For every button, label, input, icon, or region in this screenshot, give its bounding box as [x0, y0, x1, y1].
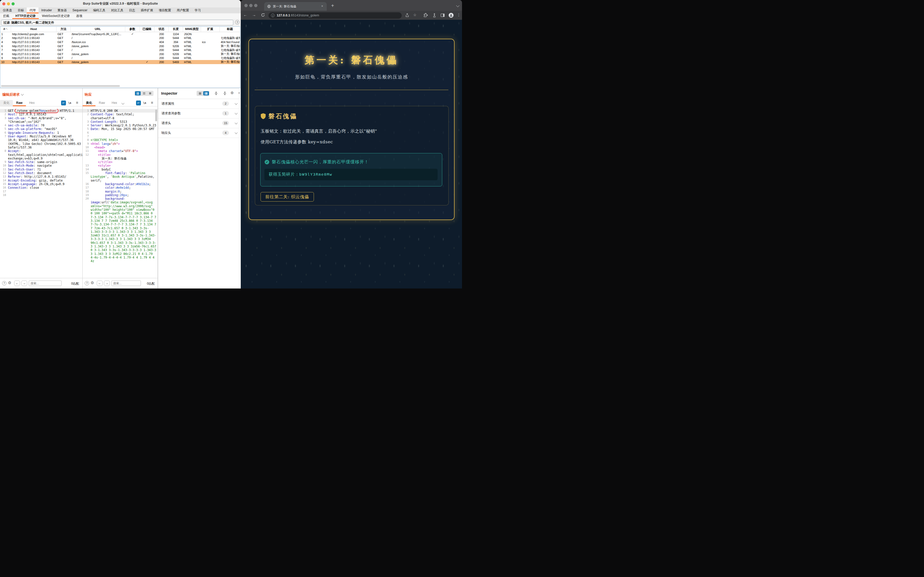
sub-tab-选项[interactable]: 选项 — [73, 13, 86, 19]
editor-tab-美化[interactable]: 美化 — [0, 100, 13, 106]
newline-toggle-icon[interactable]: ↵ — [61, 100, 66, 105]
sidebar-icon[interactable] — [441, 13, 445, 18]
search-input[interactable] — [111, 280, 141, 286]
column-header-方法[interactable]: 方法 — [57, 27, 71, 32]
search-prev-button[interactable]: ← — [14, 280, 20, 286]
editor-tab-美化[interactable]: 美化 — [82, 100, 95, 106]
table-row[interactable]: 9http://127.0.0.1:65143GET/2005444HTML七绝… — [0, 56, 240, 60]
menu-icon[interactable]: ≡ — [76, 100, 78, 105]
menu-tab-Intruder[interactable]: Intruder — [39, 7, 55, 13]
zoom-window-button[interactable] — [254, 4, 257, 7]
inspector-section-请求头[interactable]: 请求头15 — [158, 118, 241, 128]
close-icon[interactable]: × — [238, 91, 240, 95]
sub-tab-HTTP历史记录[interactable]: HTTP历史记录 — [12, 13, 39, 19]
expand-all-icon[interactable] — [214, 91, 218, 95]
sub-tab-WebSocket历史记录[interactable]: WebSocket历史记录 — [39, 13, 73, 19]
reload-button[interactable] — [261, 13, 265, 17]
collapse-all-icon[interactable] — [223, 91, 227, 95]
new-tab-button[interactable]: + — [331, 3, 334, 9]
column-header-长度[interactable]: 长度 — [169, 27, 183, 32]
browser-menu-dots-icon[interactable]: ⋮ — [457, 13, 461, 17]
chevron-down-icon[interactable] — [21, 93, 24, 95]
editor-tab-Raw[interactable]: Raw — [13, 100, 26, 106]
table-header[interactable]: #Host方法URL参数已编辑状态长度MIME类型扩展标题 — [0, 27, 240, 32]
next-level-button[interactable]: 前往第二关: 织云傀儡 — [260, 192, 314, 201]
editor-tab-Hex[interactable]: Hex — [108, 100, 120, 106]
table-row[interactable]: 1http://clients2.google.comGET/time/1/cu… — [0, 32, 240, 36]
column-header-已编辑[interactable]: 已编辑 — [140, 27, 155, 32]
menu-tab-对比工具[interactable]: 对比工具 — [108, 7, 126, 13]
help-icon[interactable]: ? — [235, 20, 239, 24]
minimize-window-button[interactable] — [249, 4, 252, 7]
inspector-section-请求属性[interactable]: 请求属性2 — [158, 99, 241, 109]
browser-tab[interactable]: 第一关: 磐石傀儡 × — [264, 2, 327, 11]
help-icon[interactable]: ? — [2, 281, 6, 285]
escape-n-icon[interactable]: \n — [68, 101, 71, 105]
search-prev-button[interactable]: ← — [97, 280, 103, 286]
filter-settings[interactable]: 过滤: 隐藏CSS, 图片,一般二进制文件 — [1, 20, 233, 26]
menu-tab-日志[interactable]: 日志 — [126, 7, 138, 13]
column-header-URL[interactable]: URL — [71, 27, 125, 32]
menu-tab-重放器[interactable]: 重放器 — [55, 7, 69, 13]
menu-tab-目标[interactable]: 目标 — [15, 7, 27, 13]
dock-left-button[interactable] — [197, 91, 203, 95]
forward-button[interactable]: → — [252, 13, 256, 17]
menu-tab-插件扩展[interactable]: 插件扩展 — [138, 7, 156, 13]
address-bar[interactable]: i 127.0.0.1:65143/stone_golem — [268, 12, 402, 19]
response-viewer[interactable]: 1HTTP/1.0 200 OK2Content-Type: text/html… — [82, 109, 158, 279]
gear-icon[interactable]: ⚙ — [90, 280, 94, 285]
gear-icon[interactable]: ⚙ — [231, 91, 234, 95]
single-layout-button[interactable] — [147, 91, 153, 95]
table-row[interactable]: 10http://127.0.0.1:65143GET/stone_golem✓… — [0, 60, 240, 64]
chevron-down-icon[interactable] — [234, 111, 237, 114]
tab-search-chevron-icon[interactable] — [456, 4, 459, 7]
editor-tab-Raw[interactable]: Raw — [95, 100, 108, 106]
menu-tab-代理[interactable]: 代理 — [27, 7, 39, 13]
column-header-标题[interactable]: 标题 — [220, 27, 240, 32]
dock-right-button[interactable] — [203, 91, 209, 95]
chevron-down-icon[interactable] — [234, 131, 237, 134]
inspector-section-响应头[interactable]: 响应头4 — [158, 128, 241, 138]
inspector-section-请求查询参数[interactable]: 请求查询参数1 — [158, 108, 241, 118]
menu-tab-Sequencer[interactable]: Sequencer — [69, 7, 90, 13]
extensions-puzzle-icon[interactable] — [423, 13, 428, 18]
table-row[interactable]: 6http://127.0.0.1:65143GET/stone_golem20… — [0, 44, 240, 48]
column-header-扩展[interactable]: 扩展 — [201, 27, 220, 32]
flask-icon[interactable] — [432, 13, 436, 18]
columns-layout-button[interactable] — [135, 91, 141, 95]
column-header-MIME类型[interactable]: MIME类型 — [183, 27, 201, 32]
menu-tab-编码工具[interactable]: 编码工具 — [90, 7, 108, 13]
help-icon[interactable]: ? — [85, 281, 89, 285]
sub-tab-拦截[interactable]: 拦截 — [0, 13, 12, 19]
column-header-#[interactable]: # — [0, 27, 11, 32]
column-header-状态[interactable]: 状态 — [155, 27, 169, 32]
share-icon[interactable] — [405, 13, 409, 18]
editor-tab-Hex[interactable]: Hex — [26, 100, 38, 106]
column-header-Host[interactable]: Host — [11, 27, 57, 32]
menu-tab-学习[interactable]: 学习 — [192, 7, 204, 13]
table-row[interactable]: 4http://127.0.0.1:65143GET/favicon.ico40… — [0, 40, 240, 44]
search-next-button[interactable]: → — [21, 280, 27, 286]
chevron-down-icon[interactable] — [234, 102, 237, 105]
menu-tab-仪表盘[interactable]: 仪表盘 — [0, 7, 15, 13]
horizontal-scrollbar[interactable] — [1, 85, 120, 87]
tab-close-icon[interactable]: × — [321, 4, 323, 8]
close-window-button[interactable] — [244, 4, 248, 7]
newline-toggle-icon[interactable]: ↵ — [136, 100, 141, 105]
menu-tab-项目配置[interactable]: 项目配置 — [156, 7, 174, 13]
table-row[interactable]: 8http://127.0.0.1:65143GET/stone_golem20… — [0, 52, 240, 56]
search-input[interactable] — [29, 280, 61, 286]
column-header-参数[interactable]: 参数 — [125, 27, 140, 32]
chevron-down-icon[interactable] — [122, 102, 124, 105]
site-info-icon[interactable]: i — [271, 14, 275, 17]
rows-layout-button[interactable] — [141, 91, 147, 95]
back-button[interactable]: ← — [243, 13, 247, 17]
request-editor[interactable]: 1GET /stone_golem?key=xdsec HTTP/1.12Hos… — [0, 109, 82, 279]
table-row[interactable]: 2http://127.0.0.1:65143GET/2005444HTML七绝… — [0, 36, 240, 40]
gear-icon[interactable]: ⚙ — [8, 280, 11, 285]
profile-avatar[interactable] — [449, 13, 454, 18]
bookmark-star-icon[interactable]: ☆ — [413, 13, 417, 17]
chevron-down-icon[interactable] — [234, 121, 237, 124]
vertical-scrollbar[interactable] — [155, 110, 157, 121]
escape-n-icon[interactable]: \n — [143, 101, 146, 105]
